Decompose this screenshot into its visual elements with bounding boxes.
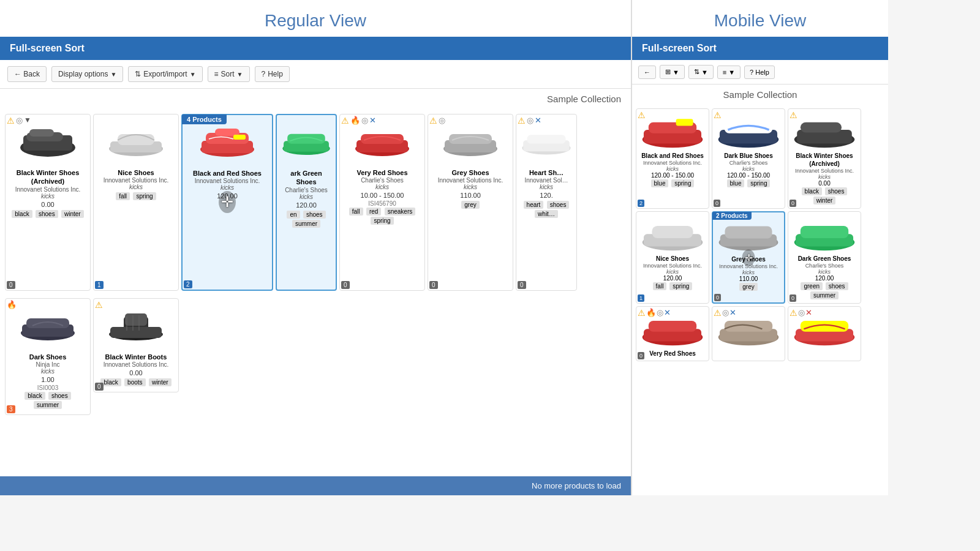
mobile-product-card[interactable]: ⚠ ◎ ✕: [788, 306, 861, 361]
product-card[interactable]: 1 Nice Shoes Innovanet Solutions Inc. ki…: [93, 114, 179, 291]
tag[interactable]: grey: [739, 283, 757, 291]
sort-button[interactable]: ≡ Sort ▼: [208, 66, 250, 82]
tag[interactable]: summer: [34, 401, 62, 409]
product-card[interactable]: ⚠ 🔥 ◎ ✕ 0 Very Red Shoes Charlie's Shoes…: [339, 114, 425, 291]
mobile-product-card-group[interactable]: 2 Products ✛ 0 Grey Shoes Innovanet Solu…: [712, 211, 785, 304]
svg-rect-58: [801, 321, 848, 332]
tag[interactable]: winter: [149, 378, 172, 386]
tag[interactable]: fall: [349, 208, 363, 216]
svg-rect-40: [801, 122, 842, 133]
product-card[interactable]: ⚠ ◎ ✕ 0 Heart Sh… Innovanet Sol… kicks 1…: [516, 114, 577, 291]
mobile-product-price: 110.00: [716, 276, 781, 282]
product-type: kicks: [432, 184, 509, 190]
fire-icon: 🔥: [7, 300, 17, 309]
product-name: Black Winter Boots: [97, 353, 175, 361]
tag[interactable]: black: [100, 378, 121, 386]
product-card[interactable]: ark Green Shoes Charlie's Shoes kicks 12…: [276, 114, 337, 291]
tag[interactable]: blue: [651, 179, 669, 187]
tag[interactable]: grey: [461, 201, 479, 209]
tag[interactable]: shoes: [303, 211, 326, 219]
product-image: [96, 117, 176, 166]
mobile-product-type: kicks: [715, 166, 782, 172]
product-sku: ISI456790: [344, 200, 421, 207]
tag[interactable]: sneakers: [385, 208, 416, 216]
tag[interactable]: red: [366, 208, 381, 216]
warning-icon: ⚠: [714, 110, 722, 120]
regular-view-title: Regular View: [0, 0, 631, 37]
tag[interactable]: fall: [116, 192, 130, 200]
svg-rect-26: [26, 318, 69, 328]
product-rank: 0: [341, 281, 350, 289]
tag[interactable]: black: [802, 187, 822, 195]
mobile-filter-button[interactable]: ≡ ▼: [717, 66, 741, 79]
product-card[interactable]: ⚠ ◎ 0 Grey Shoes Innovanet Solutions Inc…: [428, 114, 513, 291]
display-options-button[interactable]: Display options ▼: [51, 66, 123, 82]
export-chevron: ▼: [190, 71, 196, 78]
mobile-help-button[interactable]: ? Help: [744, 66, 775, 79]
tag[interactable]: summer: [810, 291, 839, 299]
tag[interactable]: shoes: [826, 282, 848, 290]
product-tags: black boots winter: [97, 378, 175, 387]
mobile-product-card[interactable]: 1 Nice Shoes Innovanet Solutions Inc. ki…: [636, 211, 709, 304]
tag[interactable]: black: [12, 210, 32, 218]
warning-icon: ⚠: [518, 116, 526, 126]
mobile-product-rank: 0: [714, 200, 720, 207]
tag[interactable]: black: [24, 392, 45, 400]
product-card[interactable]: ⚠ 0 Black Winter Boots Innovanet Solutio…: [93, 298, 179, 392]
tag[interactable]: en: [287, 211, 300, 219]
mobile-product-card[interactable]: ⚠ 0 Dark Blue Shoes Charlie's Shoes kick…: [712, 108, 785, 209]
product-vendor: Innovanet Solutions Inc.: [97, 361, 175, 368]
tag[interactable]: shoes: [48, 392, 71, 400]
mobile-product-name: Dark Green Shoes: [791, 255, 858, 263]
tag[interactable]: whit…: [535, 210, 558, 218]
mobile-product-type: kicks: [791, 174, 858, 180]
mobile-product-price: 0.00: [791, 180, 858, 187]
mobile-product-tags: blue spring: [639, 179, 706, 188]
mobile-product-card[interactable]: ⚠ 🔥 ◎ ✕ 0 Very Red Shoes: [636, 306, 709, 361]
product-card[interactable]: 🔥 3 Dark Shoes Ninja Inc kicks 1.00 ISI0…: [5, 298, 91, 415]
mobile-product-rank: 0: [790, 200, 796, 207]
mobile-display-button[interactable]: ⊞ ▼: [660, 65, 685, 79]
mobile-product-vendor: Innovanet Solutions Inc.: [639, 160, 706, 166]
product-info: Grey Shoes Innovanet Solutions Inc. kick…: [431, 166, 510, 212]
mobile-sort-button[interactable]: ⇅ ▼: [688, 65, 714, 79]
product-info: Black Winter Shoes (Archived) Innovanet …: [8, 166, 88, 221]
tag[interactable]: spring: [669, 282, 692, 290]
mobile-product-rank: 0: [714, 294, 721, 301]
tag[interactable]: shoes: [36, 210, 58, 218]
tag[interactable]: spring: [671, 179, 694, 187]
product-card-group[interactable]: 4 Products ✛ 2 Black and Red Shoes Innov…: [181, 114, 273, 291]
product-info: Heart Sh… Innovanet Sol… kicks 120. hear…: [519, 166, 574, 221]
tag[interactable]: shoes: [825, 187, 848, 195]
product-type: kicks: [186, 184, 268, 191]
product-image: [8, 301, 88, 350]
product-card[interactable]: ⚠ ◎ ▼ 0 Black Winter Shoes (Archived) In…: [5, 114, 91, 291]
tag[interactable]: winter: [813, 197, 836, 204]
mobile-product-card[interactable]: ⚠ 0 Black Winter Shoes (Archived) Innova…: [788, 108, 861, 209]
tag[interactable]: summer: [292, 220, 320, 228]
product-sku: ISI0003: [9, 384, 86, 391]
tag[interactable]: blue: [727, 179, 745, 187]
help-button[interactable]: ? Help: [255, 66, 290, 82]
mobile-product-badges: ⚠ ◎ ✕: [790, 308, 812, 318]
tag[interactable]: boots: [124, 378, 145, 386]
tag[interactable]: green: [801, 282, 823, 290]
tag[interactable]: spring: [371, 217, 393, 225]
tag[interactable]: spring: [133, 192, 156, 200]
warning-icon: ⚠: [790, 110, 797, 120]
tag[interactable]: spring: [747, 179, 770, 187]
mobile-product-card[interactable]: ⚠ 2 Black and Red Shoes Innovanet Soluti…: [636, 108, 709, 209]
export-import-button[interactable]: ⇅ Export/import ▼: [128, 66, 202, 82]
warning-icon: ⚠: [638, 308, 646, 318]
back-button[interactable]: ← Back: [7, 66, 47, 82]
mobile-back-button[interactable]: ←: [638, 66, 656, 79]
tag[interactable]: winter: [61, 210, 84, 218]
mobile-product-card[interactable]: ⚠ ◎ ✕: [712, 306, 785, 361]
tag[interactable]: heart: [524, 201, 544, 209]
sort-icon: ≡: [214, 70, 219, 78]
mobile-product-badges: ⚠: [714, 110, 722, 120]
mobile-product-card[interactable]: 0 Dark Green Shoes Charlie's Shoes kicks…: [788, 211, 861, 304]
tag[interactable]: fall: [653, 282, 667, 290]
tag[interactable]: shoes: [547, 201, 570, 209]
filter-icon: ≡: [723, 69, 726, 76]
